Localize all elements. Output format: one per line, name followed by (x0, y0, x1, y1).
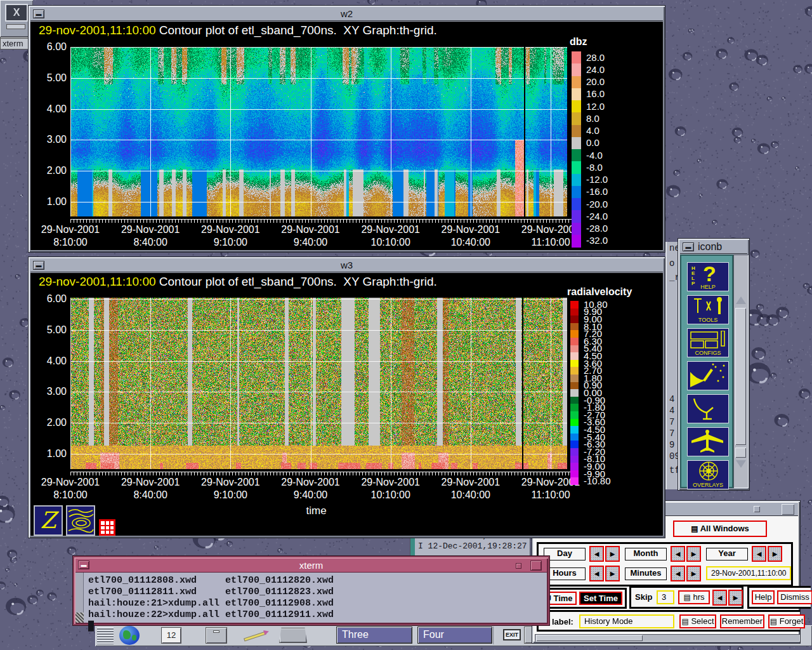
time-mode-group: U Time Set Time (537, 588, 627, 609)
w3-colorbar-segment (570, 301, 579, 308)
time-control-hscrollbar[interactable] (535, 634, 800, 642)
month-prev-button[interactable]: ◀ (671, 546, 685, 562)
titlebar-dot-icon[interactable] (754, 506, 760, 512)
w2-colorbar-label: -32.0 (586, 235, 608, 245)
skip-value-field[interactable]: 3 (657, 590, 674, 604)
minutes-prev-button[interactable]: ◀ (671, 566, 685, 581)
w3-colorbar-segment (570, 477, 579, 485)
xterm-dot-icon[interactable] (516, 563, 521, 569)
iconbar-button-radar[interactable] (687, 361, 729, 390)
minutes-next-button[interactable]: ▶ (686, 566, 701, 581)
iconbar-minimize-icon[interactable]: ▬ (683, 242, 694, 251)
year-next-button[interactable]: ▶ (768, 546, 782, 562)
w3-titlebar[interactable]: ▬ w3 (30, 259, 663, 272)
iconbar-title: iconb (698, 241, 722, 252)
scroll-down-icon[interactable] (736, 460, 746, 468)
maximize-icon[interactable] (782, 504, 794, 515)
contour-plot-icon[interactable] (66, 505, 95, 536)
scroll-up-icon[interactable] (736, 296, 746, 304)
w2-plot-canvas[interactable] (70, 47, 567, 216)
w3-x-tick-time: 8:40:00 (122, 489, 179, 501)
dismiss-button[interactable]: Dismiss (777, 590, 812, 604)
iconbar-scrollbar[interactable] (733, 255, 749, 488)
xterm-minimize-icon[interactable]: ▬ (78, 560, 89, 569)
w2-titlebar[interactable]: ▬ w2 (30, 8, 663, 21)
sliver-text-fragment: 4 (669, 406, 674, 416)
w3-colorbar-segment (570, 463, 579, 470)
hours-prev-button[interactable]: ◀ (589, 566, 604, 581)
iconbar-button-help-label: HELP (688, 284, 728, 290)
terminal-cursor[interactable]: █ (88, 621, 546, 632)
log-line: I 12-Dec-2001,19:28:27 (418, 541, 527, 552)
iconbar-button-configs[interactable]: CONFIGS (687, 328, 729, 357)
w2-x-tick-time: 9:10:00 (202, 237, 259, 248)
w2-minimize-icon[interactable]: ▬ (33, 10, 44, 18)
iconbar-button-configs-label: CONFIGS (688, 350, 728, 356)
w3-colorbar-segment (570, 308, 579, 316)
remember-button[interactable]: Remember (720, 614, 764, 628)
hours-next-button[interactable]: ▶ (605, 566, 620, 581)
hscrollbar-thumb[interactable] (536, 635, 643, 641)
w2-axis-ruler (70, 219, 577, 223)
xterm-scrollbar[interactable] (75, 573, 84, 623)
time-value-field[interactable]: 29-Nov-2001,11:10:00 (706, 566, 791, 580)
w3-colorbar-segment (570, 323, 579, 331)
w2-x-tick-time: 10:10:00 (362, 237, 419, 248)
iconbar-titlebar[interactable]: ▬ iconb (680, 241, 747, 254)
zebra-logo-icon[interactable]: Z (34, 505, 63, 536)
day-button[interactable]: Day (544, 548, 586, 560)
day-next-button[interactable]: ▶ (605, 546, 620, 562)
xterm-terminal[interactable]: etl700_01112808.xwd etl700_01112820.xwde… (88, 575, 546, 623)
w3-colorbar-segment (570, 352, 579, 360)
iconbar-button-antenna[interactable] (687, 394, 729, 423)
w3-x-tick-date: 29-Nov-2001 (434, 477, 508, 488)
w3-colorbar-segment (570, 448, 579, 456)
hours-button[interactable]: Hours (544, 567, 586, 580)
skip-label: Skip (635, 592, 652, 602)
forget-button[interactable]: ▤ Forget (768, 614, 805, 628)
scrollbar-thumb[interactable] (735, 308, 746, 445)
w3-plot-canvas[interactable] (70, 298, 567, 469)
w3-colorbar-segment (570, 397, 579, 404)
w2-colorbar-label: 28.0 (586, 53, 605, 62)
w3-y-tick-label: 3.00 (30, 386, 67, 397)
skip-forward-button[interactable]: ▶ (728, 590, 743, 606)
sliver-text-fragment: 9 (669, 440, 674, 450)
w3-colorbar-segment (570, 441, 579, 448)
w3-minimize-icon[interactable]: ▬ (33, 261, 44, 270)
minutes-button[interactable]: Minutes (625, 567, 667, 580)
w2-x-tick-time: 11:10:00 (522, 237, 579, 248)
w2-colorbar-segment (572, 161, 581, 174)
year-button[interactable]: Year (706, 548, 748, 560)
w2-colorbar-title: dbz (570, 36, 587, 48)
all-windows-button[interactable]: ▤ All Windows (673, 521, 767, 537)
iconbar-button-tools[interactable]: TOOLS (687, 295, 729, 324)
day-prev-button[interactable]: ◀ (589, 546, 604, 562)
xterm-maximize-icon[interactable] (530, 560, 542, 571)
month-button[interactable]: Month (625, 548, 667, 560)
xterm-titlebar[interactable]: ▬ xterm (75, 559, 547, 573)
iconbar-button-aircraft[interactable] (687, 427, 729, 456)
w3-x-tick-time: 10:40:00 (442, 489, 499, 501)
iconbar-button-help[interactable]: HELP?HELP (687, 262, 729, 291)
w2-x-tick-date: 29-Nov-2001 (354, 224, 428, 235)
select-button[interactable]: ▤ Select (679, 614, 716, 628)
month-next-button[interactable]: ▶ (686, 546, 701, 562)
w3-x-tick-date: 29-Nov-2001 (114, 477, 187, 488)
iconbar-button-overlays[interactable]: OVERLAYS (687, 460, 729, 489)
w2-colorbar-segment (572, 76, 581, 89)
w2-colorbar-label: 24.0 (586, 65, 605, 74)
help-button[interactable]: Help (752, 590, 775, 604)
w3-x-tick-time: 8:10:00 (42, 489, 99, 501)
w2-colorbar-label: 16.0 (586, 89, 605, 98)
skip-units-button[interactable]: ▤ hrs (678, 590, 710, 604)
w2-colorbar-label: -20.0 (586, 199, 608, 209)
label-value-field[interactable]: History Mode (579, 614, 674, 628)
w2-colorbar-label: -4.0 (586, 150, 603, 160)
w2-y-tick-label: 3.00 (30, 134, 67, 145)
w2-y-tick-label: 4.00 (30, 103, 67, 115)
skip-back-button[interactable]: ◀ (712, 590, 727, 606)
grid-tool-icon[interactable] (99, 519, 115, 536)
year-prev-button[interactable]: ◀ (752, 546, 766, 562)
set-time-button[interactable]: Set Time (579, 592, 622, 605)
